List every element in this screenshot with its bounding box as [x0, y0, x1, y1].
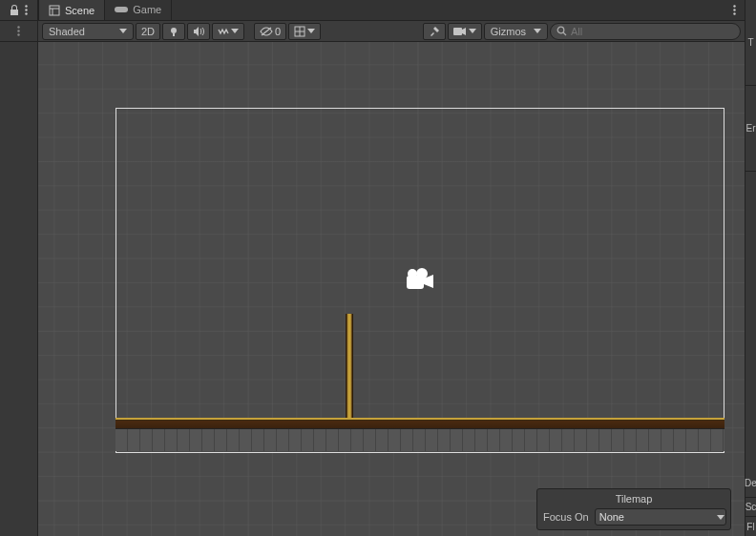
svg-point-0 [25, 5, 27, 7]
svg-point-10 [733, 5, 735, 7]
tilemap-overlay: Tilemap Focus On None [536, 488, 731, 530]
svg-point-13 [171, 28, 177, 33]
svg-rect-9 [115, 7, 128, 12]
svg-point-11 [733, 9, 735, 10]
rail-tab[interactable]: Sc [746, 498, 756, 517]
rail-tab[interactable]: Er [746, 86, 756, 172]
chevron-down-icon [119, 29, 127, 33]
focus-label: Focus On [543, 511, 589, 523]
tab-label: Game [133, 4, 161, 15]
dropdown-label: Gizmos [491, 26, 526, 37]
lighting-toggle[interactable] [162, 23, 185, 40]
hidden-count: 0 [275, 26, 281, 37]
game-icon [115, 5, 128, 14]
lock-icon[interactable] [10, 5, 19, 15]
tilemap-floor[interactable] [116, 418, 724, 451]
kebab-icon[interactable] [25, 5, 28, 15]
camera-gizmo-icon[interactable] [403, 268, 437, 293]
main-panel: Scene Game Shaded 2D 0 Gizmos [38, 0, 745, 536]
hidden-objects-button[interactable]: 0 [254, 23, 286, 40]
svg-point-4 [17, 30, 19, 31]
svg-point-5 [17, 33, 19, 35]
shading-dropdown[interactable]: Shaded [42, 23, 134, 40]
search-input[interactable] [571, 26, 734, 37]
svg-point-1 [25, 9, 27, 10]
chevron-down-icon [231, 29, 239, 33]
rail-tab[interactable]: De [746, 469, 756, 498]
camera-dropdown[interactable] [448, 23, 482, 40]
svg-line-21 [563, 32, 566, 35]
rail-tab[interactable]: Fl [746, 517, 756, 536]
2d-toggle[interactable]: 2D [136, 23, 160, 40]
scene-search[interactable] [550, 23, 741, 40]
chevron-down-icon [469, 29, 476, 33]
gizmos-dropdown[interactable]: Gizmos [484, 23, 548, 40]
tab-game[interactable]: Game [105, 0, 172, 20]
tab-options-button[interactable] [724, 0, 745, 20]
svg-rect-14 [173, 33, 175, 36]
grid-dropdown[interactable] [288, 23, 321, 40]
tools-button[interactable] [423, 23, 446, 40]
svg-rect-19 [453, 28, 462, 35]
effects-dropdown[interactable] [212, 23, 244, 40]
svg-rect-6 [50, 6, 59, 15]
svg-point-23 [408, 269, 417, 278]
kebab-icon[interactable] [17, 26, 20, 36]
svg-point-12 [733, 12, 735, 14]
scene-icon [49, 5, 60, 16]
audio-toggle[interactable] [187, 23, 210, 40]
dropdown-label: Shaded [49, 26, 85, 37]
inspector-rail: T Er De Sc Fl [745, 0, 756, 536]
focus-dropdown[interactable]: None [595, 508, 726, 526]
chevron-down-icon [307, 29, 315, 33]
hierarchy-rail [0, 0, 38, 536]
tab-scene[interactable]: Scene [38, 0, 105, 20]
search-icon [556, 26, 567, 36]
scene-toolbar: Shaded 2D 0 Gizmos [38, 21, 745, 42]
svg-point-2 [25, 12, 27, 14]
chevron-down-icon [534, 29, 541, 33]
tilemap-column[interactable] [346, 314, 353, 418]
scene-viewport[interactable]: Tilemap Focus On None [38, 42, 745, 536]
rail-tab[interactable]: T [746, 0, 756, 86]
svg-point-20 [557, 27, 564, 33]
svg-point-3 [17, 26, 19, 28]
overlay-title: Tilemap [543, 493, 724, 505]
tab-label: Scene [65, 5, 94, 16]
tab-bar: Scene Game [38, 0, 745, 21]
